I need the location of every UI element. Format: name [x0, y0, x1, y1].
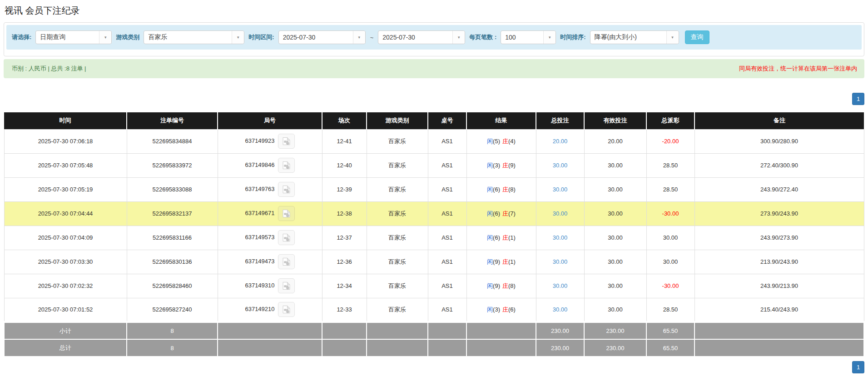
total-bet-link[interactable]: 30.00 — [553, 282, 568, 289]
result-banker-score: (1) — [508, 234, 516, 241]
cell-result: 闲(3)庄(6) — [466, 298, 536, 322]
total-bet-link[interactable]: 20.00 — [553, 138, 568, 145]
cell-table-no: AS1 — [428, 153, 466, 177]
table-number: AS1 — [441, 282, 453, 289]
cell-valid-bet: 30.00 — [584, 274, 646, 298]
cell-total-payout: 28.50 — [646, 177, 694, 201]
video-replay-button[interactable] — [278, 302, 295, 317]
cell-bet-no: 522695831166 — [127, 226, 218, 250]
date-from-select[interactable]: 2025-07-30 ▾ — [278, 30, 366, 44]
video-replay-button[interactable] — [278, 206, 295, 221]
page-size-value: 100 — [501, 34, 543, 41]
chevron-down-icon[interactable]: ▾ — [666, 31, 679, 44]
cell-empty — [367, 322, 428, 339]
valid-bet-amount: 30.00 — [608, 306, 623, 313]
result-banker-score: (1) — [508, 258, 516, 265]
cell-remark: 215.40/243.90 — [694, 298, 864, 322]
valid-bet-amount: 30.00 — [608, 186, 623, 193]
cell-game-type: 百家乐 — [367, 129, 428, 153]
video-replay-button[interactable] — [278, 278, 295, 293]
cell-summary-label: 小计 — [4, 322, 127, 339]
chevron-down-icon[interactable]: ▾ — [353, 31, 365, 44]
cell-remark: 273.90/243.90 — [694, 201, 864, 226]
total-bet-link[interactable]: 30.00 — [553, 306, 568, 313]
chevron-down-icon[interactable]: ▾ — [232, 31, 244, 44]
total-bet-link[interactable]: 30.00 — [553, 234, 568, 241]
result-player-label: 闲 — [487, 186, 493, 193]
total-payout-amount: 30.00 — [663, 258, 678, 265]
table-summary-row: 总计 8 230.00 230.00 65.50 — [4, 339, 864, 357]
result-player-label: 闲 — [487, 234, 493, 241]
query-type-select[interactable]: 日期查询 ▾ — [35, 30, 112, 44]
cell-game-type: 百家乐 — [367, 226, 428, 250]
cell-summary-valid-bet: 230.00 — [584, 322, 646, 339]
pagination-bottom: 1 — [4, 361, 864, 373]
header-remark: 备注 — [694, 112, 864, 129]
cell-round-no: 637149473 — [218, 250, 322, 274]
remark-text: 213.90/243.90 — [760, 258, 798, 265]
result-banker-label: 庄 — [502, 306, 508, 313]
remark-text: 300.90/280.90 — [760, 138, 798, 145]
valid-bet-amount: 30.00 — [608, 282, 623, 289]
cell-total-payout: -20.00 — [646, 129, 694, 153]
cell-summary-total-payout: 65.50 — [646, 322, 694, 339]
round-number: 637149310 — [245, 282, 274, 289]
table-body: 2025-07-30 07:06:18 522695834884 6371499… — [4, 129, 864, 357]
table-summary-row: 小计 8 230.00 230.00 65.50 — [4, 322, 864, 339]
chevron-down-icon[interactable]: ▾ — [452, 31, 465, 44]
total-payout-amount: 28.50 — [663, 306, 678, 313]
bet-time: 2025-07-30 07:01:52 — [38, 306, 93, 313]
cell-empty — [694, 322, 864, 339]
video-file-icon — [283, 161, 290, 170]
table-header: 时间 注单编号 局号 场次 游戏类别 桌号 结果 总投注 有效投注 总派彩 备注 — [4, 112, 864, 129]
cell-table-no: AS1 — [428, 274, 466, 298]
game-type-label: 游戏类别 — [116, 33, 139, 41]
page-size-select[interactable]: 100 ▾ — [501, 30, 556, 44]
video-replay-button[interactable] — [278, 182, 295, 197]
result-banker-label: 庄 — [502, 186, 508, 193]
cell-total-bet: 30.00 — [536, 298, 584, 322]
result-player-label: 闲 — [487, 282, 493, 289]
chevron-down-icon[interactable]: ▾ — [543, 31, 556, 44]
result-player-score: (6) — [493, 234, 500, 241]
video-file-icon — [283, 257, 290, 266]
cell-remark: 213.90/243.90 — [694, 250, 864, 274]
video-replay-button[interactable] — [278, 134, 295, 149]
video-file-icon — [283, 305, 290, 314]
cell-game-type: 百家乐 — [367, 177, 428, 201]
total-bet-link[interactable]: 30.00 — [553, 210, 568, 217]
cell-remark: 243.90/272.40 — [694, 177, 864, 201]
total-payout-amount: -30.00 — [662, 210, 679, 217]
search-button[interactable]: 查询 — [685, 30, 709, 44]
date-to-select[interactable]: 2025-07-30 ▾ — [378, 30, 465, 44]
bet-time: 2025-07-30 07:04:09 — [38, 234, 93, 241]
chevron-down-icon[interactable]: ▾ — [99, 31, 111, 44]
cell-table-no: AS1 — [428, 129, 466, 153]
cell-total-payout: 28.50 — [646, 153, 694, 177]
total-bet-link[interactable]: 30.00 — [553, 186, 568, 193]
date-range-separator: ~ — [370, 34, 374, 41]
video-replay-button[interactable] — [278, 158, 295, 173]
cell-session: 12-36 — [322, 250, 367, 274]
cell-total-bet: 30.00 — [536, 274, 584, 298]
video-replay-button[interactable] — [278, 254, 295, 269]
cell-table-no: AS1 — [428, 226, 466, 250]
page-1-button[interactable]: 1 — [852, 93, 864, 105]
remark-text: 243.90/272.40 — [760, 186, 798, 193]
total-bet-link[interactable]: 30.00 — [553, 162, 568, 169]
game-type: 百家乐 — [388, 258, 406, 265]
video-replay-button[interactable] — [278, 230, 295, 245]
total-bet-link[interactable]: 30.00 — [553, 258, 568, 265]
bet-number: 522695832137 — [153, 210, 192, 217]
cell-result: 闲(5)庄(4) — [466, 129, 536, 153]
page-1-button[interactable]: 1 — [852, 361, 864, 373]
cell-valid-bet: 30.00 — [584, 153, 646, 177]
header-total-bet: 总投注 — [536, 112, 584, 129]
result-banker-label: 庄 — [502, 162, 508, 169]
time-order-select[interactable]: 降幂(由大到小) ▾ — [590, 30, 679, 44]
game-type-select[interactable]: 百家乐 ▾ — [144, 30, 244, 44]
cell-total-payout: -30.00 — [646, 201, 694, 226]
cell-remark: 272.40/300.90 — [694, 153, 864, 177]
video-file-icon — [283, 233, 290, 242]
cell-round-no: 637149573 — [218, 226, 322, 250]
